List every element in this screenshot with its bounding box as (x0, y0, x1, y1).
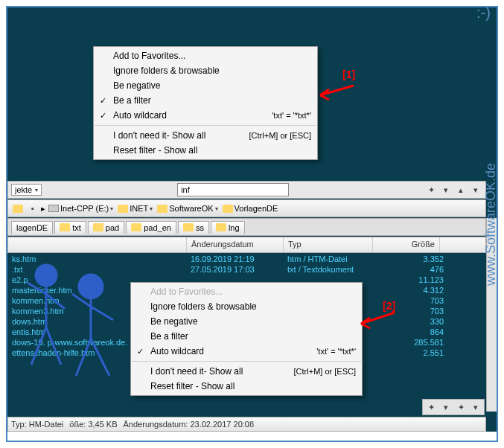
menu-item-label: Add to Favorites... (150, 287, 223, 297)
chevron-right-icon: ▸ (41, 204, 45, 214)
chevron-down-icon: ▾ (110, 205, 113, 212)
mascot-figures (16, 253, 135, 387)
menu-item[interactable]: Add to Favorites... (94, 48, 317, 63)
tab-item[interactable]: pad_en (126, 221, 176, 234)
folder-icon (118, 205, 128, 213)
svg-point-0 (36, 265, 57, 286)
filter-icon[interactable]: ✦ (424, 400, 438, 414)
menu-item-label: Reset filter - Show all (113, 145, 197, 156)
menu-item-label: Be a filter (113, 95, 151, 106)
svg-line-10 (76, 339, 91, 376)
status-size: öße: 3,45 KB (69, 420, 117, 429)
folder-icon (93, 223, 103, 231)
menu-item-label: Ignore folders & browsable (113, 65, 220, 76)
menu-separator (132, 361, 361, 362)
breadcrumb: ▪ ▸ Inet-CPP (E:) ▾ INET ▾ SoftwareOK ▾ … (7, 199, 486, 217)
smiley-icon: :-) (476, 4, 491, 22)
tab-item[interactable]: lng (211, 221, 245, 234)
breadcrumb-item[interactable]: SoftwareOK ▾ (156, 204, 219, 213)
tab-item[interactable]: txt (54, 221, 86, 234)
menu-item[interactable]: Reset filter - Show all (131, 379, 362, 394)
menu-item-shortcut: [Ctrl+M] or [ESC] (237, 131, 311, 140)
filter-context-menu-2: Add to Favorites...Ignore folders & brow… (130, 282, 363, 396)
breadcrumb-item[interactable]: Inet-CPP (E:) ▾ (47, 204, 115, 213)
folder-icon (131, 223, 141, 231)
file-size: 285.581 (377, 338, 444, 347)
menu-item[interactable]: Reset filter - Show all (94, 143, 317, 158)
menu-item[interactable]: ✓Be a filter (94, 93, 317, 108)
menu-item-label: Ignore folders & browsable (150, 301, 257, 312)
breadcrumb-item[interactable]: VorlagenDE (221, 204, 280, 213)
menu-item[interactable]: Ignore folders & browsable (94, 63, 317, 78)
folder-icon (216, 223, 226, 231)
file-date: 27.05.2019 17:03 (191, 265, 287, 274)
check-icon: ✓ (100, 96, 106, 106)
project-dropdown[interactable]: jekte ▾ (11, 184, 42, 196)
menu-item-shortcut: [Ctrl+M] or [ESC] (282, 367, 356, 376)
dropdown-icon[interactable]: ▾ (439, 400, 453, 414)
filter-icon[interactable]: ✦ (454, 400, 468, 414)
column-header-type[interactable]: Typ (284, 237, 373, 252)
filter-toolbar: jekte ▾ ✦ ▾ ▴ ▾ (7, 181, 486, 199)
menu-item[interactable]: Be negative (131, 314, 362, 329)
menu-item[interactable]: ✓Auto wildcard'txt' = '*txt*' (94, 108, 317, 123)
filter-input[interactable] (177, 183, 289, 196)
menu-item[interactable]: I don't need it- Show all[Ctrl+M] or [ES… (94, 128, 317, 143)
annotation-2: [2] (383, 300, 395, 312)
file-type: htm / HTM-Datei (287, 255, 377, 263)
tab-item[interactable]: pad (88, 221, 124, 234)
bottom-icon-toolbar: ✦ ▾ ✦ ▾ (422, 399, 485, 415)
app-background: jekte ▾ ✦ ▾ ▴ ▾ ▪ ▸ Inet-CPP (E:) ▾ INET… (7, 7, 497, 432)
status-type: Typ: HM-Datei (11, 420, 63, 429)
folder-icon (157, 205, 168, 213)
menu-item-label: Reset filter - Show all (150, 381, 235, 391)
column-header-date[interactable]: Änderungsdatum (187, 237, 284, 252)
menu-item-label: I don't need it- Show all (113, 130, 205, 141)
sort-desc-icon[interactable]: ▾ (469, 183, 482, 196)
menu-separator (95, 125, 316, 126)
project-dropdown-label: jekte (15, 185, 32, 194)
column-header-size[interactable]: Größe (373, 237, 440, 252)
menu-item-shortcut: 'txt' = '*txt*' (260, 111, 311, 120)
computer-icon[interactable]: ▪ (26, 202, 39, 215)
filter-context-menu-1: Add to Favorites...Ignore folders & brow… (93, 46, 318, 160)
menu-item-label: I don't need it- Show all (150, 366, 243, 377)
tab-item[interactable]: lagenDE (11, 221, 53, 234)
svg-line-5 (46, 327, 61, 365)
file-size: 4.312 (377, 286, 444, 295)
column-header-row: Änderungsdatum Typ Größe (7, 237, 486, 253)
menu-item-label: Auto wildcard (113, 110, 167, 121)
svg-point-6 (79, 275, 103, 298)
check-icon: ✓ (137, 347, 144, 356)
folder-icon (183, 223, 194, 231)
file-size: 11.123 (377, 275, 444, 284)
folder-icon[interactable] (11, 202, 25, 215)
folder-icon (60, 223, 70, 231)
menu-item[interactable]: Be a filter (131, 329, 362, 344)
dropdown-icon[interactable]: ▾ (469, 400, 482, 414)
column-header-name[interactable] (8, 237, 187, 252)
filter-icon[interactable]: ✦ (424, 183, 438, 196)
check-icon: ✓ (100, 111, 106, 121)
annotation-1: [1] (342, 68, 355, 80)
file-date: 16.09.2019 21:19 (191, 255, 287, 263)
sort-asc-icon[interactable]: ▴ (454, 183, 468, 196)
arrow-1-icon (313, 82, 357, 104)
file-size: 476 (377, 265, 444, 274)
dropdown-icon[interactable]: ▾ (439, 183, 453, 196)
menu-item[interactable]: I don't need it- Show all[Ctrl+M] or [ES… (131, 364, 362, 379)
tab-item[interactable]: ss (178, 221, 209, 234)
menu-item-label: Auto wildcard (150, 346, 204, 356)
menu-item-label: Add to Favorites... (113, 51, 185, 61)
menu-item-shortcut: 'txt' = '*txt*' (304, 347, 356, 356)
svg-line-9 (91, 307, 113, 320)
menu-item[interactable]: Add to Favorites... (131, 284, 362, 299)
drive-icon (48, 205, 59, 212)
menu-item[interactable]: Ignore folders & browsable (131, 299, 362, 314)
menu-item[interactable]: ✓Auto wildcard'txt' = '*txt*' (131, 344, 362, 359)
menu-item[interactable]: Be negative (94, 78, 317, 93)
file-type: txt / Textdokument (287, 265, 377, 274)
breadcrumb-item[interactable]: INET ▾ (116, 204, 154, 213)
menu-item-label: Be a filter (150, 331, 188, 342)
file-size: 2.551 (377, 348, 444, 357)
